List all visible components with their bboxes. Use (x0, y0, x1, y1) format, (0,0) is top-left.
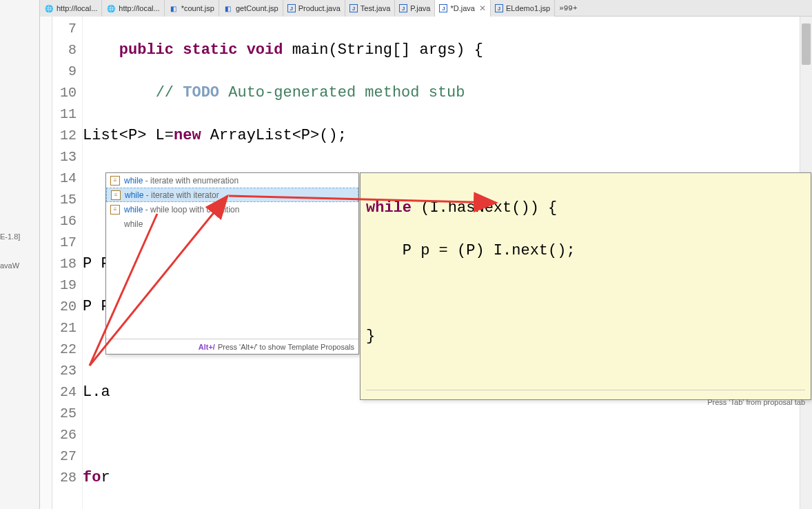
tab-label: ELdemo1.jsp (506, 4, 550, 12)
tab-label: http://local... (57, 4, 97, 12)
tab-label: Test.java (361, 4, 390, 12)
tab-label: getCount.jsp (236, 4, 278, 12)
tab-d-java[interactable]: J *D.java ✕ (435, 0, 490, 17)
close-icon[interactable]: ✕ (479, 3, 486, 13)
autocomplete-popup: ≡ while - iterate with enumeration ≡ whi… (105, 172, 359, 355)
autocomplete-item-condition[interactable]: ≡ while - while loop with condition (106, 202, 358, 217)
tab-http-local-2[interactable]: 🌐 http://local... (102, 0, 164, 17)
template-preview-popup: while (I.hasNext()) { P p = (P) I.next()… (360, 172, 811, 400)
web-icon: 🌐 (106, 3, 116, 13)
sidebar-label-javaw: avaW (0, 261, 19, 270)
tab-eldemo1-jsp[interactable]: J ELdemo1.jsp (491, 0, 555, 17)
jsp-icon: ◧ (169, 3, 179, 13)
preview-statusbar: Press 'Tab' from proposal tab (366, 390, 805, 413)
sidebar-label-jre: E-1.8] (0, 232, 20, 241)
shortcut-label: Alt+/ (199, 343, 215, 351)
autocomplete-list: ≡ while - iterate with enumeration ≡ whi… (106, 173, 358, 339)
tab-count-jsp[interactable]: ◧ *count.jsp (165, 0, 219, 17)
autocomplete-item-iterator[interactable]: ≡ while - iterate with iterator (106, 188, 358, 202)
tab-product-java[interactable]: J Product.java (283, 0, 345, 17)
status-text: Press 'Alt+/' to show Template Proposals (218, 343, 354, 351)
java-icon: J (349, 4, 358, 12)
java-icon: J (439, 4, 447, 12)
scrollbar-thumb[interactable] (802, 23, 811, 65)
template-icon: ≡ (110, 176, 120, 186)
preview-body: while (I.hasNext()) { P p = (P) I.next()… (366, 176, 805, 390)
editor-tab-bar: 🌐 http://local... 🌐 http://local... ◧ *c… (40, 0, 812, 17)
line-number-gutter: 7 8 9 10 11 12 13 14 15 16 17 18 19 20 2… (52, 17, 83, 509)
folding-ruler[interactable] (40, 17, 52, 509)
autocomplete-item-keyword[interactable]: while (106, 217, 358, 231)
tab-overflow-button[interactable]: »99+ (555, 0, 581, 16)
tab-label: http://local... (119, 4, 159, 12)
tab-getcount-jsp[interactable]: ◧ getCount.jsp (219, 0, 283, 17)
java-icon: J (399, 4, 407, 12)
tab-label: Product.java (298, 4, 341, 12)
template-icon: ≡ (111, 190, 121, 200)
web-icon: 🌐 (44, 3, 54, 13)
jsp-icon: ◧ (223, 3, 233, 13)
left-sidebar: E-1.8] avaW (0, 0, 40, 509)
tab-label: P.java (410, 4, 430, 12)
java-icon: J (287, 4, 296, 12)
autocomplete-statusbar: Alt+/ Press 'Alt+/' to show Template Pro… (106, 339, 358, 354)
java-icon: J (495, 4, 503, 12)
tab-label: *D.java (450, 4, 474, 12)
tab-label: *count.jsp (181, 4, 214, 12)
tab-http-local-1[interactable]: 🌐 http://local... (40, 0, 102, 17)
tab-p-java[interactable]: J P.java (395, 0, 435, 17)
autocomplete-item-enum[interactable]: ≡ while - iterate with enumeration (106, 173, 358, 188)
tab-test-java[interactable]: J Test.java (345, 0, 395, 17)
template-icon: ≡ (110, 205, 120, 214)
